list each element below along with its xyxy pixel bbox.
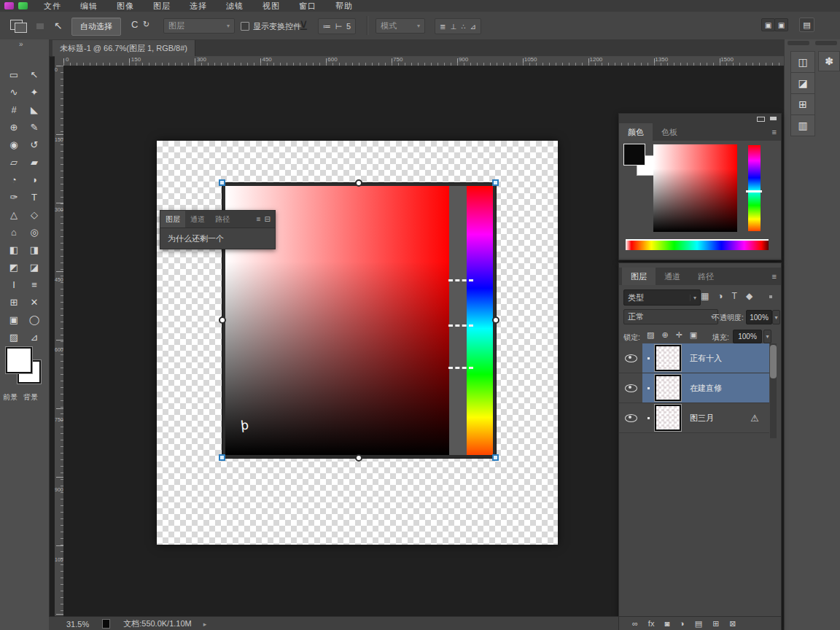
tab-swatches[interactable]: 色板 <box>653 123 686 141</box>
panel-menu-icon[interactable]: ≡ <box>772 272 777 281</box>
rotate-icon[interactable]: ↻ <box>143 20 149 28</box>
layer-thumbnail[interactable] <box>655 405 681 431</box>
lock-icon[interactable]: ⊕ <box>661 330 668 340</box>
tool-button[interactable]: ◪ <box>24 258 44 276</box>
tool-button[interactable]: ↖ <box>24 66 44 83</box>
menu-item[interactable]: 帮助 <box>335 1 353 12</box>
layers-action-icon[interactable]: ◙ <box>664 620 669 628</box>
transform-handle-right[interactable] <box>492 316 499 324</box>
target-select[interactable]: 图层 ▾ <box>163 18 235 34</box>
arrange-icon[interactable]: ≔ <box>323 22 331 31</box>
dock-toggle-button[interactable]: ▤ <box>799 18 814 32</box>
arrange-group[interactable]: ≔⊢5 <box>318 18 356 34</box>
layer-row-3[interactable]: 图三月 ⚠ <box>619 403 769 433</box>
horizontal-ruler[interactable]: 01503004506007509001050120013501500 <box>63 56 784 66</box>
tool-button[interactable]: ◨ <box>24 241 44 258</box>
menu-item[interactable]: 编辑 <box>80 1 98 12</box>
kind-filter-icon[interactable]: ◑ <box>718 291 723 301</box>
visibility-toggle[interactable] <box>619 373 642 403</box>
fill-value[interactable]: 100% <box>733 330 762 343</box>
workspace-button-2[interactable]: ▣ <box>774 18 788 31</box>
show-transform-checkbox[interactable] <box>241 22 249 31</box>
tool-button[interactable]: ⊕ <box>4 118 24 136</box>
blend-mode-select[interactable]: 正常 ▾ <box>623 309 718 324</box>
color-ramp-bar[interactable] <box>626 239 769 250</box>
align-icon[interactable]: ⊿ <box>470 23 476 31</box>
floating-tab-channels[interactable]: 通道 <box>185 211 210 228</box>
tool-button[interactable]: T <box>24 188 44 206</box>
layers-scrollbar[interactable] <box>770 343 777 438</box>
auto-select-button[interactable]: 自动选择 <box>71 18 121 36</box>
tool-button[interactable]: ✕ <box>24 293 44 311</box>
layers-scrollbar-thumb[interactable] <box>770 345 777 378</box>
layer-thumbnail[interactable] <box>655 375 681 401</box>
tab-channels[interactable]: 通道 <box>656 268 689 285</box>
mode-select[interactable]: 模式 ▾ <box>376 18 425 34</box>
color-saturation-square[interactable] <box>653 144 737 232</box>
tool-button[interactable]: ⊞ <box>4 293 24 311</box>
tool-button[interactable]: ◇ <box>24 206 44 223</box>
panel-collapse-icon[interactable]: ⊟ <box>265 215 271 223</box>
layers-action-icon[interactable]: ◑ <box>680 620 685 628</box>
hue-slider-indicator[interactable] <box>746 190 762 192</box>
tab-paths[interactable]: 路径 <box>689 268 723 285</box>
align-icon[interactable]: ∴ <box>461 23 465 31</box>
tool-button[interactable]: ⌂ <box>4 223 24 241</box>
opacity-slider-button[interactable]: ▾ <box>772 310 780 324</box>
align-icon[interactable]: ≣ <box>440 23 446 31</box>
layer-thumbnail[interactable] <box>655 345 681 371</box>
dock-button-1[interactable]: ◫ <box>790 51 815 73</box>
layer-row-1[interactable]: 正有十入 <box>619 343 769 373</box>
toolbar-collapse-icon[interactable]: » <box>19 40 23 48</box>
kind-filter-icon[interactable]: T <box>732 291 737 301</box>
tool-button[interactable]: ▰ <box>24 153 44 171</box>
dock-button-3[interactable]: ⊞ <box>790 93 815 115</box>
transform-handle-top-right[interactable] <box>492 179 499 186</box>
status-expand-icon[interactable]: ▸ <box>203 621 207 628</box>
lock-icon[interactable]: ✛ <box>676 330 682 340</box>
tool-button[interactable]: # <box>4 101 24 118</box>
color-hue-slider[interactable] <box>748 145 761 231</box>
filter-toggle-dot[interactable] <box>769 295 772 298</box>
fill-slider-button[interactable]: ▾ <box>763 330 771 343</box>
panel-menu-icon[interactable]: ≡ <box>257 215 261 223</box>
transform-handle-top[interactable] <box>355 179 362 187</box>
transform-handle-bottom[interactable] <box>355 454 362 462</box>
tool-button[interactable]: ↺ <box>24 136 44 153</box>
foreground-swatch[interactable] <box>623 144 645 166</box>
tab-color[interactable]: 颜色 <box>619 123 653 141</box>
menu-item[interactable]: 图像 <box>117 1 134 12</box>
tool-button[interactable]: ✑ <box>4 188 24 206</box>
tool-button[interactable]: ◧ <box>4 241 24 258</box>
minimize-icon[interactable] <box>757 117 765 122</box>
menu-item[interactable]: 滤镜 <box>226 1 244 12</box>
tool-button[interactable]: I <box>4 276 24 293</box>
layers-action-icon[interactable]: ▤ <box>695 620 702 628</box>
transform-handle-left[interactable] <box>219 316 226 324</box>
document-tab[interactable]: 未标题-1 @ 66.7%(图层 1, RGB/8#) <box>52 40 195 56</box>
transform-handle-bottom-right[interactable] <box>492 454 499 461</box>
menu-item[interactable]: 图层 <box>153 1 171 12</box>
panel-menu-icon[interactable]: ≡ <box>772 128 777 136</box>
tab-layers[interactable]: 图层 <box>622 268 656 285</box>
floating-tab-layers[interactable]: 图层 <box>160 211 185 228</box>
menu-item[interactable]: 文件 <box>44 1 61 12</box>
transform-handle-top-left[interactable] <box>219 179 225 186</box>
tool-button[interactable]: ✎ <box>24 118 44 136</box>
lock-icon[interactable]: ▣ <box>690 330 697 340</box>
dock-button-4[interactable]: ▥ <box>790 114 815 136</box>
tool-button[interactable]: ∿ <box>4 83 24 101</box>
tool-button[interactable]: ≡ <box>24 276 44 293</box>
dock-button-right[interactable]: ✽ <box>818 51 840 71</box>
layers-action-icon[interactable]: fx <box>648 620 655 628</box>
layer-row-2[interactable]: 在建直修 <box>619 373 769 403</box>
kind-filter-select[interactable]: 类型 ▾ <box>623 289 701 306</box>
kind-filter-icon[interactable]: ▦ <box>701 291 709 301</box>
tool-button[interactable]: ⊿ <box>24 328 44 346</box>
menu-item[interactable]: 窗口 <box>299 1 316 12</box>
menu-item[interactable]: 选择 <box>190 1 207 12</box>
tool-button[interactable]: ◉ <box>4 136 24 153</box>
tool-button[interactable]: ✦ <box>24 83 44 101</box>
transform-mode-icon[interactable]: ⊻ <box>299 18 308 34</box>
tool-button[interactable]: ◑ <box>24 171 44 188</box>
